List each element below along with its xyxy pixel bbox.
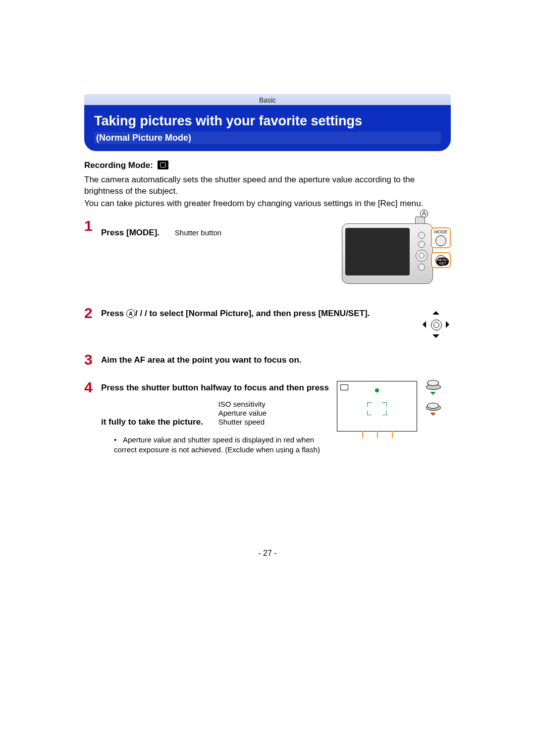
up-arrow-icon — [432, 308, 439, 315]
small-button-icon — [418, 232, 425, 239]
shutter-speed-label: Shutter speed — [218, 418, 267, 427]
menuset-button-icon: MENU /SET — [435, 255, 446, 266]
step-note: •Aperture value and shutter speed is dis… — [114, 435, 332, 454]
intro: Recording Mode: The camera automatically… — [84, 160, 451, 210]
step-body: Press [MODE]. Shutter button — [101, 219, 342, 238]
step-1: 1 Press [MODE]. Shutter button A — [84, 219, 451, 293]
small-button-icon — [418, 241, 425, 248]
camera-body — [342, 223, 433, 284]
camera-diagram: A MODE — [342, 219, 451, 293]
tick-icon — [392, 431, 393, 438]
center-button-icon — [431, 320, 442, 330]
lcd-diagram — [337, 381, 451, 432]
mode-button-icon — [435, 235, 446, 246]
menuset-label: MENU /SET — [436, 258, 449, 266]
step-number: 1 — [84, 218, 101, 233]
step-number: 4 — [84, 380, 101, 395]
mode-button-callout: MODE — [431, 227, 451, 248]
value-ticks — [357, 431, 407, 438]
af-area-icon — [367, 402, 387, 415]
step-text: Press [MODE]. — [101, 228, 160, 237]
full-press-icon — [426, 401, 440, 412]
right-arrow-icon — [446, 321, 453, 328]
step-body: Press the shutter button halfway to focu… — [101, 381, 337, 454]
step-text: Press the shutter button halfway to focu… — [101, 383, 329, 427]
half-press-icon — [426, 380, 440, 391]
step-body: Aim the AF area at the point you want to… — [101, 353, 451, 365]
camera-callouts: MODE MENU /SET — [431, 227, 451, 272]
camera-buttons — [413, 230, 430, 272]
note-text: Aperture value and shutter speed is disp… — [114, 435, 320, 454]
section-header: Basic — [84, 94, 451, 106]
mode-label: MODE — [432, 229, 450, 234]
nav-cross-icon — [421, 310, 451, 339]
page-title: Taking pictures with your favorite setti… — [94, 113, 441, 129]
tick-icon — [377, 431, 378, 438]
left-arrow-icon — [419, 321, 426, 328]
intro-para-1: The camera automatically sets the shutte… — [84, 174, 451, 197]
steps-list: 1 Press [MODE]. Shutter button A — [84, 219, 451, 454]
lcd-screen — [337, 381, 417, 432]
step-2: 2 Press A/ / / to select [Normal Picture… — [84, 307, 451, 339]
step-body: Press A/ / / to select [Normal Picture],… — [101, 307, 421, 319]
step-text: Aim the AF area at the point you want to… — [101, 355, 302, 365]
shutter-button-label: Shutter button — [175, 228, 221, 237]
step-mid: / / / to select [Normal Picture], and th… — [135, 309, 370, 318]
bullet-icon: • — [114, 435, 123, 445]
page-subtitle: (Normal Picture Mode) — [94, 132, 441, 144]
step-number: 3 — [84, 352, 101, 367]
step-4: 4 Press the shutter button halfway to fo… — [84, 381, 451, 454]
callout-A: A — [420, 210, 428, 217]
value-labels: ISO sensitivity Aperture value Shutter s… — [218, 400, 267, 427]
nav-dial-icon — [416, 250, 428, 262]
aperture-label: Aperture value — [218, 409, 267, 418]
down-arrow-icon — [432, 334, 439, 341]
recording-mode-label: Recording Mode: — [84, 161, 153, 170]
page: Basic Taking pictures with your favorite… — [0, 0, 535, 454]
camera-screen — [345, 228, 410, 275]
camera-mode-icon — [158, 161, 168, 169]
step-3: 3 Aim the AF area at the point you want … — [84, 353, 451, 367]
nav-diagram — [421, 307, 451, 339]
press-diagrams — [426, 380, 446, 422]
menuset-button-callout: MENU /SET — [431, 252, 451, 268]
page-number: - 27 - — [0, 549, 535, 558]
title-block: Taking pictures with your favorite setti… — [84, 105, 451, 151]
rec-mode-icon — [340, 384, 348, 390]
intro-para-2: You can take pictures with greater freed… — [84, 198, 451, 210]
tick-icon — [362, 431, 363, 438]
small-button-icon — [418, 264, 425, 270]
step-prefix: Press — [101, 309, 126, 318]
step-number: 2 — [84, 306, 101, 321]
iso-label: ISO sensitivity — [218, 400, 267, 409]
callout-letter: A — [126, 309, 135, 318]
focus-dot-icon — [375, 388, 379, 392]
